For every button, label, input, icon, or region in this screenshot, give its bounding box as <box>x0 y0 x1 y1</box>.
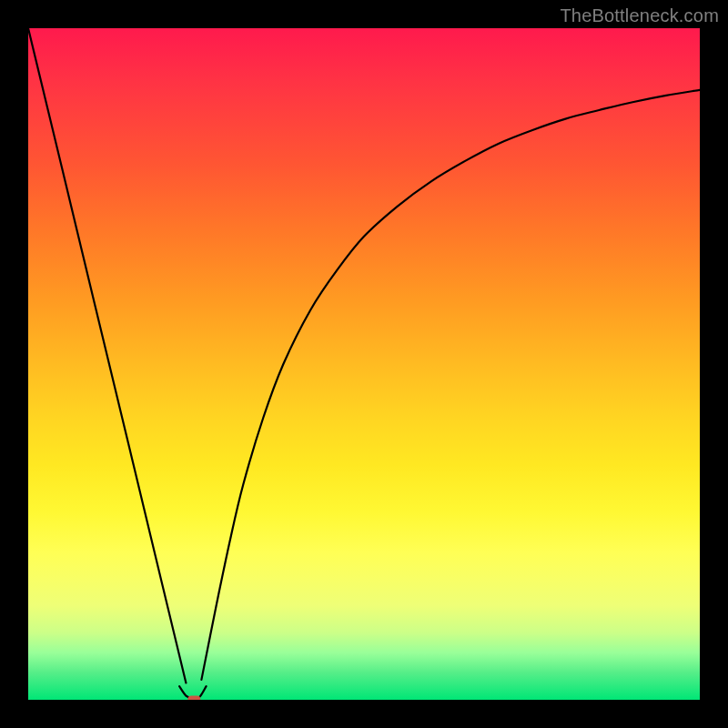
curve-left-descent <box>28 28 186 683</box>
curve-right-ascend <box>201 90 700 680</box>
valley-marker <box>187 696 200 701</box>
curve-layer <box>28 28 700 700</box>
watermark-text: TheBottleneck.com <box>560 5 719 26</box>
chart-frame: TheBottleneck.com <box>0 0 728 728</box>
plot-area <box>28 28 700 700</box>
